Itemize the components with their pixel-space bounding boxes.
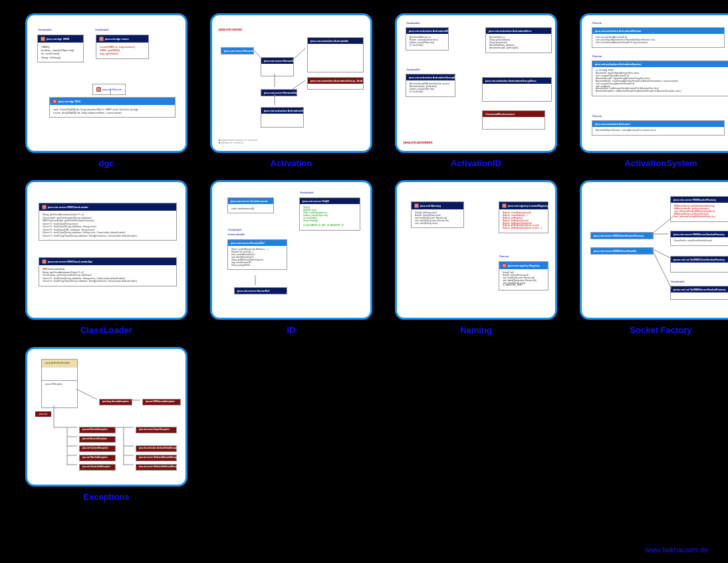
stereo-ser2: Serializable: [228, 229, 242, 232]
legend2: interface (1: interface): [221, 142, 243, 144]
svg-line-11: [76, 389, 97, 399]
thumb-id[interactable]: java.rmi.server Unreferencedvoid unrefer…: [210, 180, 372, 320]
caption-naming[interactable]: Naming: [460, 325, 492, 335]
iface-registry: java.rmi.registry RegistryString[] list(…: [499, 261, 548, 290]
cell-socketfactory: java.rmi.server RMISocketFactoryRMISocke…: [574, 180, 728, 335]
hdr: java.rmi.server RMIClientSocketFactory: [591, 233, 653, 239]
thumb-socketfactory[interactable]: java.rmi.server RMISocketFactoryRMISocke…: [580, 180, 728, 320]
class-rmisecex: java.rmi RMISecurityException: [142, 399, 181, 405]
caption-exceptions[interactable]: Exceptions: [83, 492, 129, 502]
hdr: java.rmi.server SkeletonMismatchExceptio…: [136, 455, 176, 461]
cell-exceptions: java.lang RuntimeException java.io IOExc…: [20, 347, 193, 502]
body: ActivationGroupID(ActivationSystem syste…: [406, 80, 455, 96]
thumb-activationsystem[interactable]: Remote java.rmi.activation ActivationMon…: [580, 13, 728, 153]
caption-activation[interactable]: Activation: [271, 158, 312, 168]
thumb-naming[interactable]: java.rmi NamingString[] list(String name…: [395, 180, 557, 320]
hdr: java.rmi.server RMISocketFactory: [671, 197, 728, 203]
iface-remote: java.rmi Remote: [92, 84, 126, 95]
iface-remoteref: java.rmi.server RemoteRefObject invoke(R…: [227, 239, 287, 270]
hdr: CommandEnvironment: [483, 111, 545, 117]
hdr: java.rmi.server RemoteObject: [221, 48, 253, 54]
svg-line-9: [652, 249, 671, 259]
legend: ■ implemented interface (1: interface) ■…: [219, 139, 257, 144]
caption-id[interactable]: ID: [287, 325, 296, 335]
hdr: java.rmi.activation ActivateFailedExcept…: [136, 446, 176, 451]
cell-activationid: Serializable java.rmi.activation Activat…: [390, 13, 562, 168]
class-accessex: java.rmi AccessException: [79, 436, 116, 443]
iface-activator: java.rmi.activation ActivatorMarshalledO…: [592, 120, 725, 136]
thumb-activationid[interactable]: Serializable java.rmi.activation Activat…: [395, 13, 557, 153]
hdr: java.rmi.server RMIClassLoaderSpi: [48, 260, 92, 263]
hdr: java.rmi.server RemoteServer: [261, 58, 293, 64]
class-vmid: java.rmi.dgc VMID VMID() boolean equals(…: [37, 35, 84, 62]
iface-failurehandler: java.rmi.server RMIFailureHandler: [590, 247, 654, 255]
hdr: java.rmi.server ObjID: [300, 198, 360, 204]
hdr: java.io IOException: [42, 381, 77, 389]
iface-dgc: java.rmi.dgc DGC void clean(ObjID[] ids,…: [49, 97, 176, 118]
class-exportex: java.rmi.server ExportException: [136, 427, 177, 433]
thumb-activation[interactable]: java.rmi.server java.rmi.server RemoteOb…: [210, 13, 372, 153]
svg-line-10: [652, 249, 671, 288]
body: void inactiveObject(ActivationID id) voi…: [592, 34, 724, 47]
class-actgid: java.rmi.activation ActivationGroupIDAct…: [406, 74, 455, 97]
body: Registry createRegistry(int port) Regist…: [499, 209, 548, 233]
stereo-serializable-1: Serializable: [38, 29, 52, 32]
watermark-link[interactable]: www.falkhausen.de: [645, 546, 708, 554]
hdr: java.rmi.server SkeletonNotFoundExceptio…: [136, 465, 176, 470]
hdr: java.rmi.server RemoteStub: [261, 90, 297, 96]
class-actdesc: java.rmi.activation ActivationDescActiva…: [485, 27, 552, 53]
caption-dgc[interactable]: dgc: [98, 158, 114, 168]
hdr: java.rmi.activation ActivationGroupDesc: [483, 78, 551, 84]
body: ServerSocket createServerSocket(int port…: [671, 237, 728, 245]
class-lease: java.rmi.dgc Lease Lease(VMID id, long d…: [96, 35, 149, 59]
interface-icon: [502, 263, 507, 268]
caption-socketfactory[interactable]: Socket Factory: [630, 325, 691, 335]
class-remoteobject: java.rmi.server RemoteObject: [221, 47, 254, 55]
pkg-label: java.rmi.activation: [404, 140, 433, 144]
thumb-dgc[interactable]: Serializable java.rmi.dgc VMID VMID() bo…: [25, 13, 187, 153]
class-objid: java.rmi.server ObjIDObjID() ObjID(int n…: [299, 197, 360, 231]
stereo-ext: Externalizable: [228, 233, 245, 237]
class-icon: [502, 203, 507, 208]
cell-activation: java.rmi.server java.rmi.server RemoteOb…: [205, 13, 378, 168]
remote-stereo-3: Remote: [592, 115, 602, 118]
thumb-exceptions[interactable]: java.lang RuntimeException java.io IOExc…: [25, 347, 187, 487]
iface-serversf: java.rmi.server RMIServerSocketFactorySe…: [670, 231, 728, 246]
class-actgroupstub: java.rmi.activation ActivationGroup_Stub: [307, 77, 364, 90]
cell-naming: java.rmi NamingString[] list(String name…: [390, 180, 562, 335]
caption-classloader[interactable]: ClassLoader: [80, 325, 132, 335]
iface-actsystem: java.rmi.activation ActivationSystemint …: [592, 60, 728, 96]
class-activatefail: java.rmi.activation ActivateFailedExcept…: [136, 445, 177, 452]
body: MarshalledObject<Remote> activate(Activa…: [592, 127, 724, 135]
remote-stereo-2: Remote: [592, 55, 602, 58]
caption-activationid[interactable]: ActivationID: [451, 158, 501, 168]
class-rmicl: java.rmi.server RMIClassLoader String ge…: [39, 203, 177, 241]
hdr: java.rmi Naming: [420, 204, 441, 207]
body: ActivationID(Activator a) Remote activat…: [406, 34, 448, 50]
class-activatable: java.rmi.activation Activatable: [307, 37, 364, 72]
body: String[] list(String name) Remote lookup…: [412, 209, 463, 227]
lease-body: Lease(VMID id, long duration) VMID getVM…: [96, 43, 148, 58]
body: int SYSTEM_PORT ActivationID registerObj…: [592, 67, 728, 96]
hdr: java.rmi.server Unreferenced: [228, 198, 273, 204]
stereo2: Serializable: [406, 68, 420, 72]
caption-activationsystem[interactable]: ActivationSystem: [624, 158, 697, 168]
hdr: java.rmi.activation ActivationDesc: [486, 28, 551, 34]
thumb-classloader[interactable]: java.rmi.server RMIClassLoader String ge…: [25, 180, 187, 320]
hdr: java.rmi.activation ActivationMonitor: [592, 28, 724, 34]
class-actid-1: java.rmi.activation ActivationIDActivati…: [406, 27, 449, 51]
class-actgdesc: java.rmi.activation ActivationGroupDesc: [482, 77, 552, 102]
hdr: java.rmi UnmarshalException: [80, 465, 115, 470]
cell-dgc: Serializable java.rmi.dgc VMID VMID() bo…: [20, 13, 193, 168]
cell-classloader: java.rmi.server RMIClassLoader String ge…: [20, 180, 193, 335]
hdr: java.rmi.activation ActivationGroup_Stub: [308, 78, 363, 84]
stereo-serializable-2: Serializable: [95, 29, 109, 32]
iface-unref: java.rmi.server Unreferencedvoid unrefer…: [227, 197, 274, 213]
class-remoteex: java.rmi RemoteException: [79, 427, 116, 433]
hdr: java.rmi RMISecurityException: [143, 399, 180, 405]
class-rmisf: java.rmi.server RMISocketFactoryRMISocke…: [670, 196, 728, 222]
class-secex: java.lang SecurityException: [99, 399, 132, 405]
class-marshalex: java.rmi MarshalException: [79, 455, 116, 461]
body: ObjID() ObjID(int num) ObjID read(Object…: [300, 204, 360, 230]
cell-activationsystem: Remote java.rmi.activation ActivationMon…: [574, 13, 728, 168]
